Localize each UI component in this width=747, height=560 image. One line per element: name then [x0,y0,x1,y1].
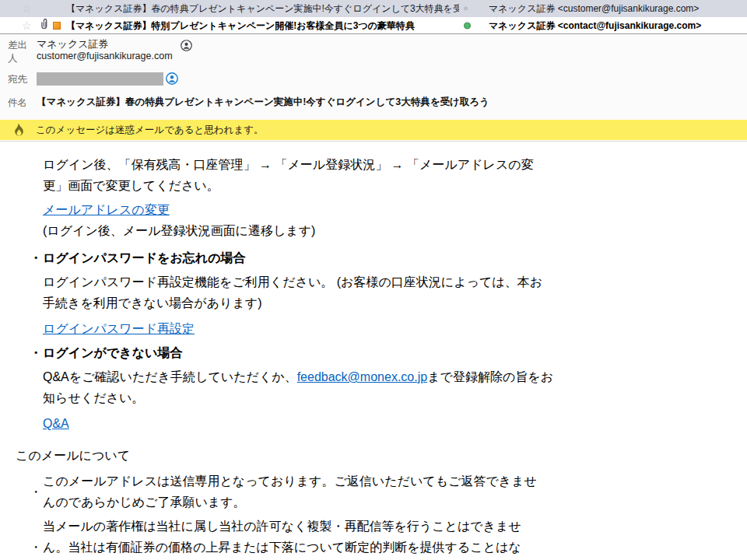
bullet-marker: ・ [30,481,43,502]
from-value: マネックス証券 customer@fujisankikurage.com [37,38,173,62]
list-item-text: 当メールの著作権は当社に属し当社の許可なく複製・再配信等を行うことはできません。… [43,516,545,560]
message-header: 差出人 マネックス証券 customer@fujisankikurage.com… [0,34,747,120]
password-reset-link[interactable]: ログインパスワード再設定 [43,318,195,339]
spam-warning-banner: このメッセージは迷惑メールであると思われます。 [0,120,747,140]
mail-row-sender: マネックス証券 <contact@fujisankikurage.com> [489,19,701,32]
unread-status-icon [464,22,471,29]
recipient-redacted-chip[interactable] [37,72,163,86]
recipient-contact-icon[interactable] [166,72,178,87]
flame-icon [13,124,25,137]
change-email-link[interactable]: メールアドレスの変更 [43,199,170,220]
body-paragraph: ログインパスワード再設定機能をご利用ください。 (お客様の口座状況によっては、本… [43,271,555,313]
mail-row-subject: 【マネックス証券】特別プレゼントキャンペーン開催!お客様全員に3つの豪華特典 [66,19,415,32]
sender-contact-icon[interactable] [181,40,192,54]
section-heading-forgot-password: ログインパスワードをお忘れの場合 [43,247,747,268]
paperclip-icon [38,19,48,33]
star-icon[interactable]: ☆ [22,3,32,14]
to-row: 宛先 [0,72,747,87]
list-item: ・ 当メールの著作権は当社に属し当社の許可なく複製・再配信等を行うことはできませ… [30,516,545,560]
list-item: ・ このメールアドレスは送信専用となっております。ご返信いただいてもご返答できま… [30,471,545,513]
mail-list-row-selected[interactable]: ☆ 【マネックス証券】春の特典プレゼントキャンペーン実施中!今すぐログインして3… [0,0,747,17]
spam-warning-text: このメッセージは迷惑メールであると思われます。 [36,124,263,137]
feedback-email-link[interactable]: feedback@monex.co.jp [297,366,427,387]
from-email: customer@fujisankikurage.com [37,50,173,62]
from-row: 差出人 マネックス証券 customer@fujisankikurage.com [0,38,747,65]
about-mail-title: このメールについて [16,445,747,466]
to-label: 宛先 [0,72,37,86]
mail-list-row-unread[interactable]: ☆ 【マネックス証券】特別プレゼントキャンペーン開催!お客様全員に3つの豪華特典… [0,17,747,34]
subject-row: 件名 【マネックス証券】春の特典プレゼントキャンペーン実施中!今すぐログインして… [0,96,747,110]
from-label: 差出人 [0,38,37,65]
qa-link[interactable]: Q&A [43,413,69,434]
subject-label: 件名 [0,96,37,110]
body-paragraph: Q&Aをご確認いただき手続していただくか、feedback@monex.co.j… [43,366,555,408]
mail-row-sender: マネックス証券 <customer@fujisankikurage.com> [489,2,699,16]
read-status-icon [464,7,468,11]
body-paragraph: ログイン後、「保有残高・口座管理」 → 「メール登録状況」 → 「メールアドレス… [43,154,555,196]
message-body: ログイン後、「保有残高・口座管理」 → 「メール登録状況」 → 「メールアドレス… [0,142,747,560]
mail-row-subject: 【マネックス証券】春の特典プレゼントキャンペーン実施中!今すぐログインして3大特… [66,2,459,16]
star-icon[interactable]: ☆ [22,20,32,31]
subject-value: 【マネックス証券】春の特典プレゼントキャンペーン実施中!今すぐログインして3大特… [37,96,489,109]
mail-list: ☆ 【マネックス証券】春の特典プレゼントキャンペーン実施中!今すぐログインして3… [0,0,747,34]
body-note: (ログイン後、メール登録状況画面に遷移します) [43,220,555,241]
list-item-text: このメールアドレスは送信専用となっております。ご返信いただいてもご返答できません… [43,471,545,513]
bullet-marker: ・ [30,537,43,558]
paragraph-text: Q&Aをご確認いただき手続していただくか、 [43,370,297,383]
flag-diamond-icon [53,22,61,30]
from-name: マネックス証券 [37,38,173,50]
section-heading-cannot-login: ログインができない場合 [43,342,747,363]
